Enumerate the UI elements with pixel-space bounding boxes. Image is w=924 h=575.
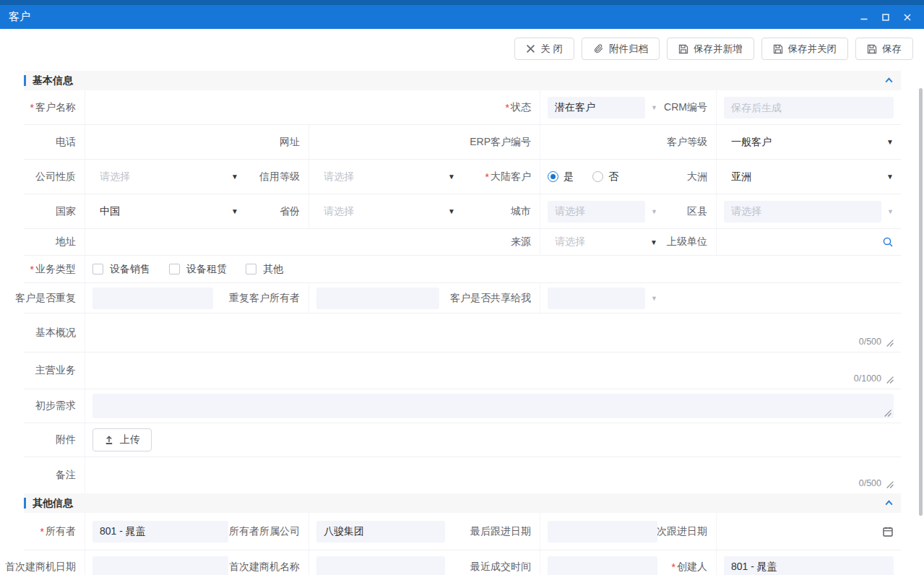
- next-follow-date-input[interactable]: [724, 526, 882, 537]
- crm-no-field: [717, 90, 901, 124]
- district-select[interactable]: 请选择▼: [724, 201, 894, 222]
- first-opp-name-label: 首次建商机名称: [246, 550, 309, 575]
- maximize-button[interactable]: [878, 9, 894, 25]
- window-top-edge: [0, 0, 924, 5]
- source-label: 来源: [462, 229, 540, 255]
- char-counter: 0/1000: [854, 373, 881, 384]
- calendar-icon[interactable]: [882, 526, 894, 537]
- attachment-archive-button[interactable]: 附件归档: [582, 38, 660, 60]
- province-label: 省份: [246, 194, 309, 228]
- source-select[interactable]: 请选择▼: [548, 231, 657, 253]
- continent-label: 大洲: [665, 160, 717, 194]
- upload-button[interactable]: 上传: [92, 428, 152, 451]
- resize-handle-icon[interactable]: [886, 376, 894, 384]
- continent-select[interactable]: 亚洲▼: [724, 166, 894, 188]
- phone-label: 电话: [24, 125, 85, 159]
- checkbox-icon: [246, 264, 256, 274]
- first-opp-name-field: [309, 550, 462, 575]
- parent-unit-field: [717, 229, 901, 255]
- resize-handle-icon[interactable]: [884, 409, 891, 417]
- chevron-down-icon: ▼: [448, 207, 455, 215]
- first-opp-name-input[interactable]: [316, 556, 445, 575]
- status-label: *状态: [462, 90, 540, 124]
- customer-name-field: [85, 90, 462, 124]
- paperclip-icon: [593, 43, 604, 54]
- district-field: 请选择▼: [717, 194, 901, 228]
- owner-company-label: 所有者所属公司: [246, 513, 309, 550]
- checkbox-equipment-sales[interactable]: 设备销售: [92, 263, 150, 276]
- chevron-down-icon: ▼: [886, 173, 894, 181]
- erp-no-input[interactable]: [548, 137, 657, 148]
- save-icon: [773, 44, 783, 54]
- city-select[interactable]: 请选择▼: [548, 201, 657, 222]
- save-button[interactable]: 保存: [855, 38, 913, 60]
- province-select[interactable]: 请选择▼: [316, 201, 455, 222]
- credit-level-select[interactable]: 请选择▼: [316, 166, 455, 188]
- chevron-down-icon: ▼: [651, 295, 657, 302]
- main-business-textarea[interactable]: 0/1000: [85, 353, 901, 389]
- form-row: 客户是否重复 ▼ 重复客户所有者 客户是否共享给我 ▼: [24, 283, 901, 314]
- company-nature-label: 公司性质: [24, 160, 85, 194]
- status-select[interactable]: 潜在客户▼: [548, 97, 657, 118]
- mainland-field: 是 否: [540, 160, 665, 194]
- window-title: 客户: [9, 10, 30, 24]
- first-opp-date-input[interactable]: [92, 556, 228, 575]
- website-input[interactable]: [316, 137, 455, 148]
- company-nature-select[interactable]: 请选择▼: [92, 166, 238, 188]
- shared-to-me-label: 客户是否共享给我: [462, 283, 540, 313]
- basic-overview-textarea[interactable]: 0/500: [85, 314, 901, 352]
- creator-input[interactable]: [724, 556, 894, 575]
- radio-yes[interactable]: 是: [548, 170, 574, 183]
- vertical-scrollbar[interactable]: [919, 88, 923, 516]
- resize-handle-icon[interactable]: [886, 480, 894, 488]
- form-row: 初步需求: [24, 389, 901, 423]
- owner-field: [85, 513, 246, 550]
- remark-textarea[interactable]: 0/500: [85, 457, 901, 493]
- chevron-up-icon[interactable]: [884, 76, 894, 85]
- form-row: 公司性质 请选择▼ 信用等级 请选择▼ *大陆客户 是 否 大洲 亚洲▼: [24, 160, 901, 194]
- last-deal-time-label: 最近成交时间: [462, 550, 540, 575]
- last-follow-date-input[interactable]: [548, 521, 657, 542]
- last-deal-time-input[interactable]: [548, 556, 657, 575]
- section-title: 其他信息: [33, 497, 73, 510]
- attachment-label: 附件: [24, 423, 85, 457]
- owner-input[interactable]: [92, 521, 228, 542]
- form-row: 首次建商机日期 首次建商机名称 最近成交时间 *创建人: [24, 550, 901, 575]
- chevron-up-icon[interactable]: [884, 498, 894, 508]
- basic-overview-label: 基本概况: [24, 314, 85, 352]
- checkbox-equipment-rental[interactable]: 设备租赁: [169, 263, 227, 276]
- checkbox-icon: [92, 264, 103, 274]
- address-input[interactable]: [92, 236, 455, 248]
- minimize-button[interactable]: [856, 9, 872, 25]
- customer-name-input[interactable]: [92, 102, 455, 113]
- save-and-close-button[interactable]: 保存并关闭: [761, 38, 849, 60]
- is-duplicate-select[interactable]: ▼: [92, 288, 238, 309]
- close-window-button[interactable]: [899, 9, 915, 25]
- basic-info-section-header: 基本信息: [24, 71, 901, 90]
- checkbox-other[interactable]: 其他: [246, 263, 283, 276]
- parent-unit-label: 上级单位: [665, 229, 717, 255]
- search-icon[interactable]: [882, 236, 894, 248]
- country-select[interactable]: 中国▼: [92, 201, 238, 222]
- form-row: 电话 网址 ERP客户编号 客户等级 一般客户▼: [24, 125, 901, 160]
- owner-company-input[interactable]: [316, 521, 445, 542]
- form-row: 地址 来源 请选择▼ 上级单位: [24, 229, 901, 256]
- initial-demand-field: [85, 389, 901, 423]
- initial-demand-label: 初步需求: [24, 389, 85, 423]
- parent-unit-input[interactable]: [724, 236, 882, 248]
- crm-no-input[interactable]: [724, 97, 894, 118]
- phone-input[interactable]: [92, 137, 238, 148]
- resize-handle-icon[interactable]: [886, 339, 894, 347]
- radio-no[interactable]: 否: [592, 170, 618, 183]
- initial-demand-textarea[interactable]: [92, 394, 894, 418]
- char-counter: 0/500: [859, 337, 881, 347]
- customer-level-select[interactable]: 一般客户▼: [724, 131, 894, 153]
- form-row: *所有者 所有者所属公司 最后跟进日期 下次跟进日期: [24, 513, 901, 550]
- duplicate-owner-input[interactable]: [316, 288, 439, 309]
- close-icon: [526, 44, 535, 53]
- customer-form: 基本信息 *客户名称 *状态 潜在客户▼ CRM编号 电话 网址 ERP客户编号…: [24, 71, 901, 575]
- save-and-new-button[interactable]: 保存并新增: [667, 38, 754, 60]
- section-accent-bar: [24, 75, 26, 86]
- shared-to-me-select[interactable]: ▼: [548, 288, 657, 309]
- close-button[interactable]: 关 闭: [514, 38, 574, 60]
